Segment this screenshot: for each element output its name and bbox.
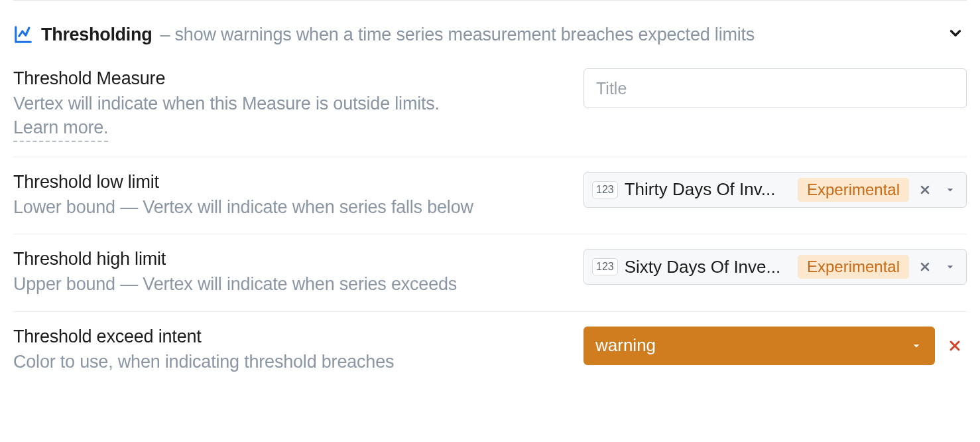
experimental-tag: Experimental (798, 178, 909, 202)
chevron-down-icon[interactable] (944, 22, 967, 47)
section-header[interactable]: Thresholding – show warnings when a time… (13, 22, 967, 47)
row-threshold-measure: Threshold Measure Vertex will indicate w… (13, 68, 967, 157)
chart-line-icon (13, 25, 33, 44)
field-help: Color to use, when indicating threshold … (13, 350, 557, 374)
select-value: warning (595, 335, 903, 356)
row-threshold-high: Threshold high limit Upper bound — Verte… (13, 234, 967, 311)
threshold-high-select[interactable]: 123 Sixty Days Of Inve... Experimental (583, 249, 967, 285)
section-description: – show warnings when a time series measu… (160, 25, 755, 45)
field-help: Lower bound — Vertex will indicate when … (13, 195, 557, 219)
select-value: Thirty Days Of Inv... (625, 179, 791, 200)
number-type-icon: 123 (592, 181, 618, 198)
clear-icon[interactable] (916, 181, 934, 199)
clear-icon[interactable] (916, 258, 934, 276)
field-label: Threshold low limit (13, 172, 557, 192)
section-title: Thresholding (41, 25, 152, 45)
clear-icon[interactable] (943, 334, 967, 358)
select-value: Sixty Days Of Inve... (625, 257, 791, 277)
field-help-text: Vertex will indicate when this Measure i… (13, 94, 440, 113)
row-threshold-intent: Threshold exceed intent Color to use, wh… (13, 312, 967, 388)
caret-down-icon[interactable] (941, 181, 959, 199)
field-label: Threshold Measure (13, 68, 557, 89)
field-label: Threshold high limit (13, 249, 557, 269)
threshold-intent-select[interactable]: warning (583, 327, 935, 365)
field-help: Vertex will indicate when this Measure i… (13, 92, 557, 142)
threshold-low-select[interactable]: 123 Thirty Days Of Inv... Experimental (583, 172, 967, 208)
divider (13, 0, 967, 1)
threshold-measure-input[interactable] (583, 68, 967, 108)
number-type-icon: 123 (592, 258, 618, 275)
experimental-tag: Experimental (798, 255, 909, 279)
learn-more-link[interactable]: Learn more. (13, 115, 108, 141)
row-threshold-low: Threshold low limit Lower bound — Vertex… (13, 157, 967, 234)
caret-down-icon (910, 339, 923, 352)
caret-down-icon[interactable] (941, 258, 959, 276)
field-label: Threshold exceed intent (13, 327, 557, 347)
field-help: Upper bound — Vertex will indicate when … (13, 272, 557, 296)
